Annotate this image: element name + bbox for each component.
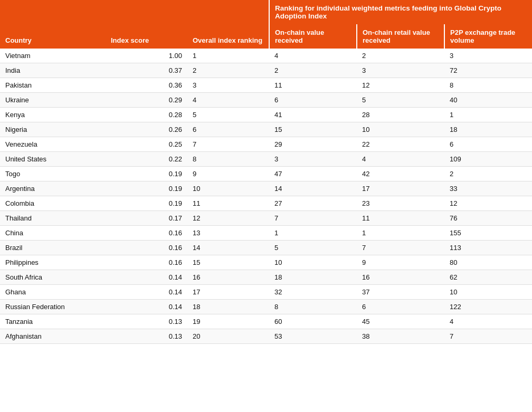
cell-onchain: 60 <box>269 314 357 329</box>
cell-country: Colombia <box>0 196 106 211</box>
cell-onchain: 10 <box>269 255 357 270</box>
cell-ranking: 15 <box>187 255 269 270</box>
cell-p2p: 109 <box>444 152 532 167</box>
cell-retail: 6 <box>357 300 444 314</box>
cell-p2p: 10 <box>444 285 532 300</box>
cell-ranking: 16 <box>187 270 269 285</box>
col-country-header: Country <box>0 0 106 49</box>
cell-retail: 42 <box>357 167 444 181</box>
cell-onchain: 1 <box>269 226 357 241</box>
table-row: Pakistan0.36311128 <box>0 78 532 93</box>
cell-p2p: 62 <box>444 270 532 285</box>
cell-country: Afghanistan <box>0 329 106 344</box>
cell-p2p: 80 <box>444 255 532 270</box>
table-row: Venezuela0.25729226 <box>0 137 532 152</box>
cell-p2p: 33 <box>444 181 532 196</box>
cell-retail: 11 <box>357 211 444 226</box>
cell-country: Argentina <box>0 181 106 196</box>
cell-ranking: 11 <box>187 196 269 211</box>
col-retail-header: On-chain retail value received <box>357 24 444 49</box>
cell-score: 0.19 <box>106 167 187 181</box>
cell-ranking: 7 <box>187 137 269 152</box>
cell-score: 0.25 <box>106 137 187 152</box>
cell-p2p: 113 <box>444 241 532 255</box>
cell-ranking: 20 <box>187 329 269 344</box>
cell-onchain: 29 <box>269 137 357 152</box>
cell-retail: 9 <box>357 255 444 270</box>
table-row: Philippines0.161510980 <box>0 255 532 270</box>
table-row: Ukraine0.2946540 <box>0 93 532 108</box>
col-p2p-header: P2P exchange trade volume <box>444 24 532 49</box>
cell-retail: 45 <box>357 314 444 329</box>
cell-onchain: 27 <box>269 196 357 211</box>
cell-score: 0.28 <box>106 108 187 122</box>
cell-p2p: 40 <box>444 93 532 108</box>
cell-retail: 4 <box>357 152 444 167</box>
cell-country: Vietnam <box>0 49 106 63</box>
cell-onchain: 14 <box>269 181 357 196</box>
cell-score: 0.13 <box>106 329 187 344</box>
cell-retail: 17 <box>357 181 444 196</box>
cell-p2p: 122 <box>444 300 532 314</box>
cell-ranking: 19 <box>187 314 269 329</box>
cell-country: India <box>0 63 106 78</box>
cell-score: 0.17 <box>106 211 187 226</box>
cell-ranking: 8 <box>187 152 269 167</box>
cell-p2p: 1 <box>444 108 532 122</box>
cell-p2p: 72 <box>444 63 532 78</box>
cell-country: Ghana <box>0 285 106 300</box>
cell-p2p: 8 <box>444 78 532 93</box>
cell-onchain: 11 <box>269 78 357 93</box>
table-row: Brazil0.161457113 <box>0 241 532 255</box>
col-index-score-header: Index score <box>106 0 187 49</box>
col-onchain-header: On-chain value received <box>269 24 357 49</box>
cell-retail: 5 <box>357 93 444 108</box>
cell-country: Tanzania <box>0 314 106 329</box>
cell-p2p: 4 <box>444 314 532 329</box>
table-row: Ghana0.1417323710 <box>0 285 532 300</box>
cell-score: 0.19 <box>106 196 187 211</box>
cell-score: 0.26 <box>106 122 187 137</box>
cell-ranking: 9 <box>187 167 269 181</box>
col-overall-ranking-header: Overall index ranking <box>187 0 269 49</box>
cell-country: Kenya <box>0 108 106 122</box>
table-row: Colombia0.1911272312 <box>0 196 532 211</box>
cell-retail: 3 <box>357 63 444 78</box>
table-row: Tanzania0.131960454 <box>0 314 532 329</box>
table-row: Vietnam1.001423 <box>0 49 532 63</box>
table-row: Russian Federation0.141886122 <box>0 300 532 314</box>
table-row: India0.3722372 <box>0 63 532 78</box>
cell-country: United States <box>0 152 106 167</box>
cell-country: Russian Federation <box>0 300 106 314</box>
cell-p2p: 6 <box>444 137 532 152</box>
cell-score: 0.14 <box>106 270 187 285</box>
cell-score: 0.14 <box>106 285 187 300</box>
cell-score: 0.19 <box>106 181 187 196</box>
cell-score: 0.16 <box>106 255 187 270</box>
cell-retail: 22 <box>357 137 444 152</box>
cell-country: Thailand <box>0 211 106 226</box>
table-row: Argentina0.1910141733 <box>0 181 532 196</box>
cell-ranking: 18 <box>187 300 269 314</box>
cell-onchain: 47 <box>269 167 357 181</box>
cell-score: 0.22 <box>106 152 187 167</box>
crypto-adoption-table: Country Index score Overall index rankin… <box>0 0 532 344</box>
table-row: South Africa0.1416181662 <box>0 270 532 285</box>
cell-ranking: 14 <box>187 241 269 255</box>
cell-country: Brazil <box>0 241 106 255</box>
cell-ranking: 6 <box>187 122 269 137</box>
cell-retail: 23 <box>357 196 444 211</box>
cell-score: 0.29 <box>106 93 187 108</box>
cell-country: South Africa <box>0 270 106 285</box>
cell-country: China <box>0 226 106 241</box>
table-row: China0.161311155 <box>0 226 532 241</box>
cell-p2p: 12 <box>444 196 532 211</box>
ranking-subheader: Ranking for individual weighted metrics … <box>269 0 532 24</box>
cell-ranking: 5 <box>187 108 269 122</box>
cell-onchain: 7 <box>269 211 357 226</box>
cell-retail: 10 <box>357 122 444 137</box>
table-row: United States0.22834109 <box>0 152 532 167</box>
cell-ranking: 2 <box>187 63 269 78</box>
cell-score: 0.36 <box>106 78 187 93</box>
table-row: Nigeria0.266151018 <box>0 122 532 137</box>
